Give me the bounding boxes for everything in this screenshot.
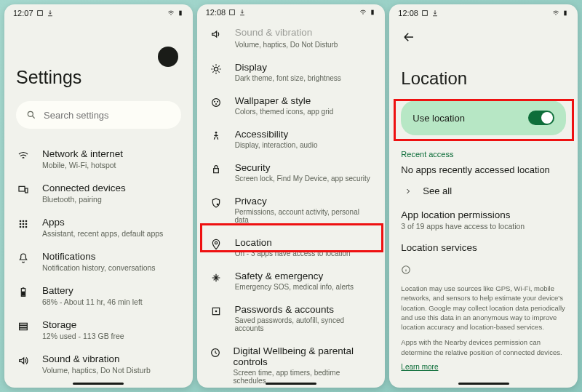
row-title: Wallpaper & style [235,95,334,106]
row-title: Notifications [42,251,156,262]
recent-access-label: Recent access [401,150,566,159]
nfc-icon [421,9,428,17]
svg-point-11 [20,226,22,228]
row-title: Digital Wellbeing & parental controls [233,345,373,367]
svg-point-29 [216,203,218,205]
row-battery[interactable]: Battery68% - About 11 hr, 46 min left [16,279,181,313]
row-title: Passwords & accounts [234,304,373,315]
svg-point-24 [214,100,215,102]
battery-icon [562,9,569,17]
row-sub: Assistant, recent apps, default apps [42,229,163,238]
row-sub: 68% - About 11 hr, 46 min left [42,297,143,306]
highlight-toggle [394,99,574,141]
svg-rect-18 [20,326,28,328]
row-storage[interactable]: Storage12% used - 113 GB free [16,313,181,347]
row-title: Security [235,162,370,173]
apps-icon [17,218,29,230]
svg-rect-4 [25,188,28,193]
row-security[interactable]: SecurityScreen lock, Find My Device, app… [209,156,374,189]
storage-icon [17,321,29,332]
svg-rect-35 [423,11,428,16]
setting-icon [210,197,222,209]
row-apps[interactable]: AppsAssistant, recent apps, default apps [16,210,181,244]
sound-icon [17,355,29,367]
row-network[interactable]: Network & internetMobile, Wi-Fi, hotspot [16,142,181,176]
wifi-icon [552,9,559,17]
info-text-1: Location may use sources like GPS, Wi-Fi… [401,284,566,332]
clock: 12:08 [398,9,418,17]
clock: 12:08 [206,8,226,17]
row-sub: Display, interaction, audio [235,141,318,149]
chevron-right-icon [404,187,412,196]
location-services-row[interactable]: Location services [401,242,566,253]
wifi-icon [167,9,175,17]
setting-icon [210,97,222,108]
no-apps-text: No apps recently accessed location [401,164,566,175]
svg-point-5 [20,220,22,223]
row-sub: Permissions, account activity, personal … [234,208,373,224]
see-all-label: See all [423,185,452,196]
row-sub: Notification history, conversations [42,263,156,272]
nav-handle[interactable] [458,383,509,385]
row-sound[interactable]: Sound & vibrationVolume, haptics, Do Not… [16,347,181,381]
row-title: Display [235,62,341,73]
row-connected[interactable]: Connected devicesBluetooth, pairing [16,176,181,210]
highlight-location [200,223,383,252]
row-sub: Saved passwords, autofill, synced accoun… [234,316,373,332]
settings-scrolled-screen: 12:08 Sound & vibrationVolume, haptics, … [197,4,386,388]
row-sub: 12% used - 113 GB free [42,332,124,340]
row-sub: Screen lock, Find My Device, app securit… [235,175,370,183]
row-title: Network & internet [42,148,123,159]
settings-main-screen: 12:07 Settings Network & internetMobile,… [4,4,193,388]
row-title: Connected devices [42,183,126,193]
svg-rect-16 [22,292,25,296]
row-title: Privacy [234,196,373,207]
svg-rect-21 [372,10,374,15]
setting-icon [210,272,222,284]
app-permissions-row[interactable]: App location permissions 3 of 19 apps ha… [401,209,566,231]
row-title: Safety & emergency [235,271,354,281]
search-input[interactable] [44,110,171,121]
svg-point-9 [23,223,25,225]
row-accessibility[interactable]: AccessibilityDisplay, interaction, audio [209,122,374,156]
row-sub: Colors, themed icons, app grid [235,108,334,116]
back-icon[interactable] [402,31,415,44]
row-sound-vibration[interactable]: Sound & vibrationVolume, haptics, Do Not… [209,20,374,55]
svg-point-32 [215,310,217,312]
learn-more-link[interactable]: Learn more [401,363,566,371]
svg-rect-19 [20,328,28,330]
svg-point-7 [25,220,28,223]
page-title: Settings [16,67,181,88]
nav-handle[interactable] [266,383,316,385]
setting-icon [210,28,222,40]
row-display[interactable]: DisplayDark theme, font size, brightness [209,55,374,89]
row-wallpaper-style[interactable]: Wallpaper & styleColors, themed icons, a… [209,89,374,122]
download-icon [431,9,439,17]
svg-point-12 [23,226,25,228]
see-all-row[interactable]: See all [401,185,566,196]
wifi-icon [17,150,29,161]
avatar[interactable] [158,47,178,67]
nav-handle[interactable] [73,383,124,385]
row-title: Storage [42,319,124,330]
row-title: Apps [42,217,163,228]
row-safety-emergency[interactable]: Safety & emergencyEmergency SOS, medical… [209,264,374,297]
row-sub: Volume, haptics, Do Not Disturb [42,366,151,375]
row-notifications[interactable]: NotificationsNotification history, conve… [16,244,181,279]
row-digital-wellbeing-parental-controls[interactable]: Digital Wellbeing & parental controlsScr… [209,339,374,388]
row-passwords-accounts[interactable]: Passwords & accountsSaved passwords, aut… [209,297,374,339]
row-sub: Volume, haptics, Do Not Disturb [235,41,338,49]
devices-icon [17,184,29,196]
svg-point-8 [20,223,22,225]
svg-point-25 [217,100,218,102]
nfc-icon [228,9,236,16]
status-bar: 12:07 [4,4,193,22]
setting-icon [210,63,222,75]
battery-icon [177,9,184,17]
svg-rect-36 [564,11,566,16]
svg-rect-1 [179,11,181,16]
svg-point-23 [212,98,220,106]
status-bar: 12:08 [197,4,386,20]
status-bar: 12:08 [389,4,578,22]
search-bar[interactable] [16,101,181,129]
